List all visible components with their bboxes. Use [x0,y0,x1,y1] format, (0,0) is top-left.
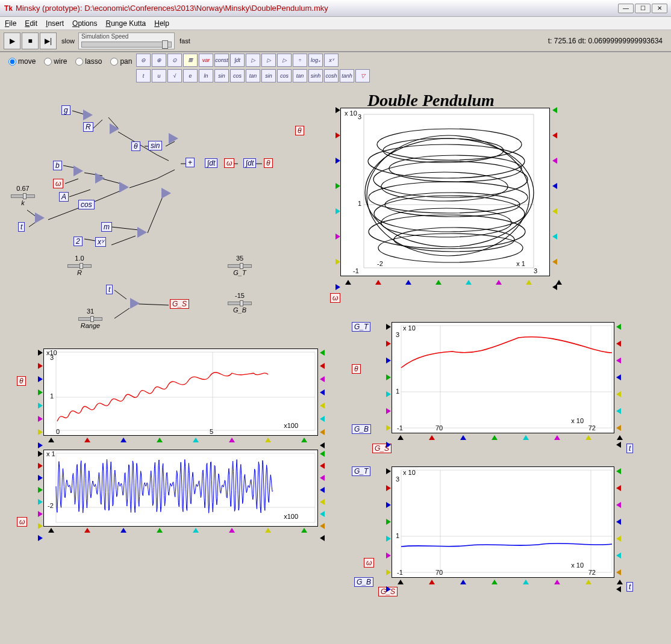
sinh-icon[interactable]: sinh [308,69,323,82]
menu-edit[interactable]: Edit [25,19,37,28]
gt-omega-omega[interactable]: ω [364,558,374,568]
stop-button[interactable]: ■ [22,33,39,49]
menu-insert[interactable]: Insert [46,19,64,28]
op-int1[interactable]: ∫dt [205,158,217,168]
op-mul[interactable] [110,123,119,134]
k-slider[interactable]: 0.67 k [11,185,35,206]
asin-icon[interactable]: sin [261,69,276,82]
op-minus2[interactable] [73,166,83,176]
gt-theta-theta[interactable]: θ [352,364,361,374]
zoom-out-icon[interactable]: ⊖ [136,54,151,67]
menu-file[interactable]: File [5,19,16,28]
svg-rect-20 [56,352,315,430]
gt-theta-gb[interactable]: G_B [352,424,371,434]
acos-icon[interactable]: cos [277,69,292,82]
canvas-area[interactable]: move wire lasso pan ⊖ ⊕ ⊙ 𝌆 var const ∫d… [0,52,671,644]
sub-op-icon[interactable]: ▷ [261,54,276,67]
gt-omega-gt[interactable]: G_T [352,466,370,476]
add-op-icon[interactable]: ▷ [246,54,260,67]
plot-icon[interactable]: ▽ [355,69,370,82]
tan-icon[interactable]: tan [246,69,260,82]
var-t2[interactable]: t [106,285,113,294]
op-mul3[interactable] [95,173,105,184]
sin-icon[interactable]: sin [214,69,229,82]
op-minus3[interactable] [130,298,140,309]
log-op-icon[interactable]: logₓ [308,54,323,67]
zoom-reset-icon[interactable]: ⊙ [167,54,182,67]
var-R[interactable]: R [83,122,93,132]
Range-slider[interactable]: 31 Range [78,308,102,329]
omega-time-plot[interactable]: x 1 -2 x100 [43,450,318,527]
var-GS[interactable]: G_S [170,299,189,309]
tanh-icon[interactable]: tanh [340,69,354,82]
pow-op-icon[interactable]: xʸ [324,54,339,67]
minimize-button[interactable]: — [618,4,634,13]
const-2[interactable]: 2 [73,237,83,246]
mode-pan[interactable]: pan [110,57,132,66]
phase-input-theta[interactable]: θ [295,126,304,135]
gt-theta-gt[interactable]: G_T [352,322,370,332]
close-button[interactable]: ✕ [652,4,667,13]
var-theta-in[interactable]: θ [131,141,140,151]
op-div[interactable] [161,188,171,199]
var-b[interactable]: b [53,161,62,170]
op-mul6[interactable] [137,227,147,238]
omega-time-input[interactable]: ω [17,517,27,527]
op-mul2[interactable] [169,133,178,144]
R-slider[interactable]: 1.0 R [67,255,92,276]
op-int2[interactable]: ∫dt [243,158,256,168]
op-sin[interactable]: sin [148,141,162,150]
omega-window-plot[interactable]: x 10 3 1 -1 70 x 10 72 [392,466,614,578]
e-icon[interactable]: e [183,69,198,82]
theta-window-plot[interactable]: x 10 3 1 -1 70 x 10 72 [392,322,614,433]
gt-omega-gb[interactable]: G_B [354,577,373,587]
x-exp: x100 [284,513,298,520]
mode-move[interactable]: move [8,57,36,66]
u-icon[interactable]: u [152,69,166,82]
step-button[interactable]: ▶| [40,33,57,49]
gt-omega-t[interactable]: t [626,582,633,592]
var-theta-out[interactable]: θ [264,158,273,168]
op-mul5[interactable] [35,212,45,223]
gt-theta-t[interactable]: t [626,444,633,453]
var-g[interactable]: g [61,105,70,115]
op-minus[interactable] [83,110,93,120]
sqrt-icon[interactable]: √ [167,69,182,82]
menu-help[interactable]: Help [154,19,169,28]
GB-slider[interactable]: -15 G_B [228,292,252,314]
integral-icon[interactable]: ∫dt [230,54,245,67]
op-pow[interactable]: xʸ [95,238,106,246]
var-omega-out[interactable]: ω [224,158,234,168]
var-m[interactable]: m [101,222,112,232]
var-A[interactable]: A [59,192,69,202]
play-button[interactable]: ▶ [4,33,20,49]
var-omega[interactable]: ω [53,179,63,188]
cosh-icon[interactable]: cosh [324,69,339,82]
zoom-in-icon[interactable]: ⊕ [152,54,166,67]
maximize-button[interactable]: ☐ [635,4,651,13]
mul-op-icon[interactable]: ▷ [277,54,292,67]
theta-time-plot[interactable]: x10 3 1 0 5 x100 [43,348,318,436]
speed-slider[interactable]: Simulation Speed [78,33,175,49]
godley-icon[interactable]: 𝌆 [183,54,198,67]
t-icon[interactable]: t [136,69,151,82]
const-icon[interactable]: const [214,54,229,67]
op-mul4[interactable] [119,182,129,193]
ln-icon[interactable]: ln [199,69,213,82]
menu-runge-kutta[interactable]: Runge Kutta [105,19,146,28]
omega-right-ports [319,451,325,540]
mode-lasso[interactable]: lasso [75,57,102,66]
var-icon[interactable]: var [199,54,213,67]
cos-icon[interactable]: cos [230,69,245,82]
op-cos[interactable]: cos [78,200,95,209]
var-t[interactable]: t [18,222,25,232]
div-op-icon[interactable]: ÷ [293,54,307,67]
theta-time-input[interactable]: θ [17,376,26,386]
phase-plot[interactable]: x 10 3 1 -1 -2 x 1 3 [340,108,550,276]
menu-options[interactable]: Options [72,19,97,28]
op-plus[interactable]: + [186,158,195,167]
GT-slider[interactable]: 35 G_T [228,255,252,276]
atan-icon[interactable]: tan [293,69,307,82]
mode-wire[interactable]: wire [44,57,67,66]
phase-input-omega[interactable]: ω [330,293,340,303]
